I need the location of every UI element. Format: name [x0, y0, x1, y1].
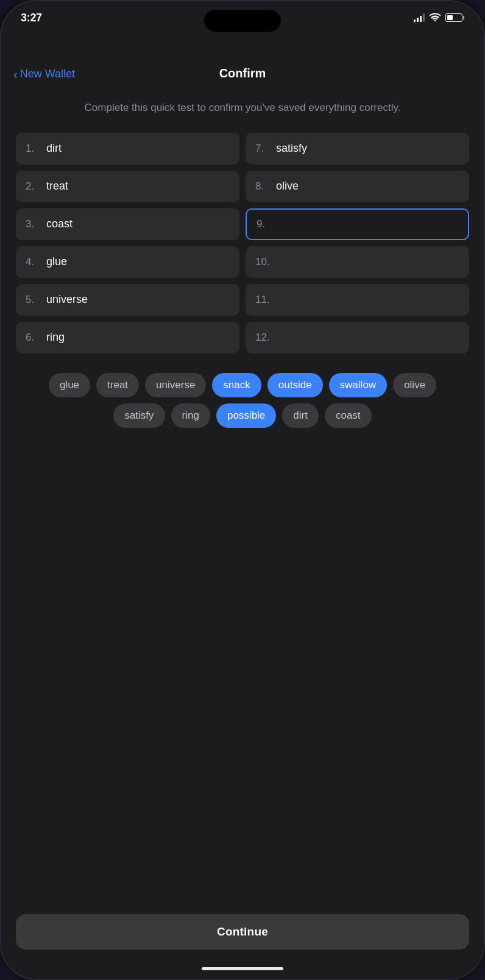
word-cell: 3.coast [16, 208, 239, 240]
screen: 3:27 [1, 1, 484, 979]
word-chip[interactable]: satisfy [113, 403, 165, 428]
word-chip[interactable]: glue [49, 373, 90, 397]
word-text: universe [46, 293, 88, 306]
word-cell[interactable]: 12. [246, 322, 469, 353]
back-label: New Wallet [20, 68, 75, 80]
word-cell: 5.universe [16, 284, 239, 316]
nav-bar: ‹ New Wallet Confirm [1, 34, 484, 88]
word-chip[interactable]: swallow [329, 373, 388, 397]
word-chip[interactable]: universe [145, 373, 206, 397]
phone-frame: 3:27 [0, 0, 485, 980]
word-number: 6. [26, 332, 41, 344]
word-number: 8. [255, 180, 271, 193]
word-text: glue [46, 255, 67, 268]
word-number: 4. [26, 256, 41, 268]
word-number: 7. [255, 143, 271, 155]
word-cell[interactable]: 9. [246, 208, 469, 240]
word-chip[interactable]: possible [216, 403, 276, 428]
word-text: satisfy [276, 142, 307, 155]
home-indicator [202, 967, 283, 970]
status-bar: 3:27 [1, 1, 484, 34]
word-number: 12. [255, 332, 271, 344]
word-chip[interactable]: snack [212, 373, 261, 397]
battery-icon [445, 13, 464, 22]
subtitle-text: Complete this quick test to confirm you'… [16, 100, 469, 116]
word-cell: 2.treat [16, 171, 239, 202]
chips-container: gluetreatuniversesnackoutsideswallowoliv… [16, 373, 469, 428]
word-text: coast [46, 218, 73, 230]
word-text: olive [276, 180, 299, 193]
status-icons [414, 13, 464, 23]
word-cell: 7.satisfy [246, 133, 469, 165]
word-number: 9. [257, 218, 272, 230]
word-cell: 1.dirt [16, 133, 239, 165]
word-number: 3. [26, 218, 41, 230]
word-number: 2. [26, 180, 41, 193]
word-chip[interactable]: coast [325, 403, 372, 428]
word-number: 11. [255, 294, 271, 306]
word-text: treat [46, 180, 68, 193]
status-time: 3:27 [21, 12, 42, 24]
word-number: 1. [26, 143, 41, 155]
back-button[interactable]: ‹ New Wallet [13, 68, 75, 80]
dynamic-island [204, 10, 281, 32]
word-cell: 8.olive [246, 171, 469, 202]
main-content: Complete this quick test to confirm you'… [1, 88, 484, 904]
word-text: ring [46, 331, 65, 344]
word-number: 5. [26, 294, 41, 306]
nav-title: Confirm [219, 66, 266, 80]
words-grid: 1.dirt7.satisfy2.treat8.olive3.coast9. 4… [16, 133, 469, 353]
word-text: dirt [46, 142, 62, 155]
back-chevron-icon: ‹ [13, 68, 18, 80]
word-chip[interactable]: ring [171, 403, 210, 428]
word-cell[interactable]: 11. [246, 284, 469, 316]
signal-icon [414, 13, 425, 22]
word-chip[interactable]: treat [96, 373, 139, 397]
word-cell[interactable]: 10. [246, 246, 469, 278]
wifi-icon [430, 13, 441, 23]
word-number: 10. [255, 256, 271, 268]
continue-button[interactable]: Continue [16, 914, 469, 950]
word-cell: 6.ring [16, 322, 239, 353]
word-cell: 4.glue [16, 246, 239, 278]
word-chip[interactable]: olive [393, 373, 436, 397]
word-chip[interactable]: dirt [282, 403, 319, 428]
word-chip[interactable]: outside [267, 373, 323, 397]
